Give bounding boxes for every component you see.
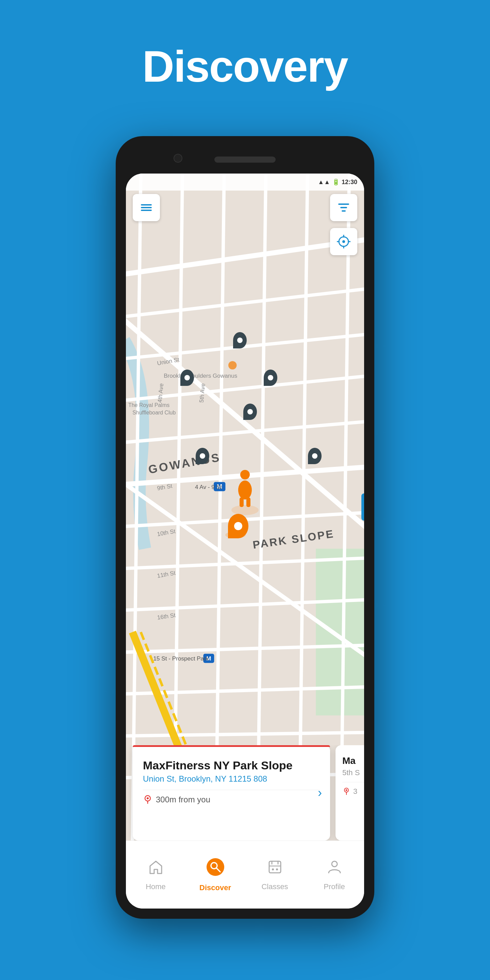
nav-home[interactable]: Home: [126, 859, 185, 891]
svg-rect-48: [342, 210, 346, 212]
svg-point-63: [207, 858, 224, 876]
map-area: GOWANUS PARK SLOPE Union St 3rd Ave 4th …: [126, 173, 364, 840]
svg-point-62: [346, 789, 347, 791]
distance-text: 300m from you: [156, 795, 210, 804]
pin-icon: [143, 795, 153, 804]
side-handle[interactable]: [361, 493, 364, 520]
signal-icon: ▲▲: [318, 179, 330, 186]
status-bar: ▲▲ 🔋 12:30: [126, 173, 364, 191]
svg-rect-44: [141, 207, 152, 208]
main-location-card[interactable]: MaxFitnerss NY Park Slope Union St, Broo…: [133, 745, 330, 840]
svg-point-50: [342, 240, 345, 243]
side-distance: 3: [353, 787, 357, 796]
svg-point-70: [272, 869, 274, 870]
svg-text:The Royal Palms: The Royal Palms: [128, 402, 169, 408]
svg-rect-45: [141, 210, 152, 211]
svg-point-55: [240, 470, 250, 479]
svg-text:15 St - Prospect Park: 15 St - Prospect Park: [153, 655, 209, 662]
list-button[interactable]: [133, 194, 160, 221]
svg-point-72: [332, 861, 337, 867]
location-cards: MaxFitnerss NY Park Slope Union St, Broo…: [126, 745, 364, 840]
nav-classes-label: Classes: [261, 882, 288, 891]
side-location-card[interactable]: Ma 5th S 3: [336, 745, 364, 840]
time-display: 12:30: [342, 179, 357, 186]
profile-icon: [326, 859, 343, 880]
battery-icon: 🔋: [332, 178, 340, 186]
side-pin-icon: [342, 788, 350, 795]
phone-frame: ▲▲ 🔋 12:30: [116, 136, 374, 919]
card-arrow: ›: [318, 786, 322, 800]
svg-point-37: [228, 361, 237, 369]
classes-icon: [266, 859, 283, 880]
svg-rect-46: [338, 204, 349, 205]
gym-name: MaxFitnerss NY Park Slope: [143, 759, 320, 772]
card-distance: 300m from you: [143, 795, 320, 804]
svg-rect-47: [340, 207, 347, 208]
filter-button[interactable]: [330, 194, 357, 221]
nav-profile[interactable]: Profile: [305, 859, 364, 891]
bottom-nav: Home Discover: [126, 840, 364, 908]
svg-rect-1: [316, 549, 364, 716]
locate-icon: [336, 234, 351, 249]
svg-point-71: [276, 869, 278, 870]
gym-address: Union St, Brooklyn, NY 11215 808: [143, 774, 320, 784]
nav-classes[interactable]: Classes: [245, 859, 305, 891]
status-icons: ▲▲ 🔋 12:30: [318, 178, 357, 186]
card-divider: [143, 790, 320, 790]
phone-camera: [173, 154, 182, 163]
nav-discover-label: Discover: [199, 883, 231, 892]
nav-profile-label: Profile: [324, 882, 345, 891]
svg-point-60: [147, 797, 149, 799]
side-gym-name: Ma: [342, 756, 364, 766]
svg-rect-43: [141, 204, 152, 205]
phone-screen: ▲▲ 🔋 12:30: [126, 173, 364, 908]
svg-text:Shuffleboard Club: Shuffleboard Club: [132, 410, 176, 415]
home-icon: [147, 859, 164, 880]
card-top-bar: [133, 745, 330, 747]
nav-home-label: Home: [146, 882, 166, 891]
svg-point-56: [238, 480, 252, 500]
user-icon: [235, 469, 255, 511]
svg-text:Brooklyn Boulders Gowanus: Brooklyn Boulders Gowanus: [164, 372, 237, 379]
filter-icon: [337, 201, 350, 215]
list-icon: [140, 201, 153, 215]
side-gym-addr: 5th S: [342, 768, 364, 777]
discover-icon: [206, 858, 225, 881]
locate-button[interactable]: [330, 228, 357, 255]
user-figure: [235, 469, 255, 511]
svg-text:4 Av - 9 St: 4 Av - 9 St: [195, 484, 222, 490]
phone-speaker: [215, 156, 275, 163]
nav-discover[interactable]: Discover: [185, 858, 245, 892]
page-title: Discovery: [0, 41, 490, 92]
svg-rect-66: [269, 861, 281, 873]
